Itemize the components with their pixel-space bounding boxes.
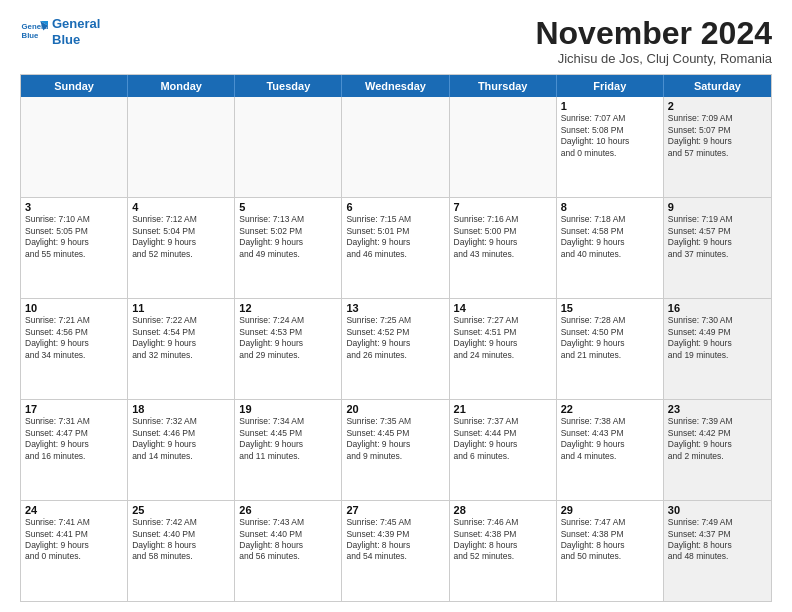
day-cell-10: 10Sunrise: 7:21 AM Sunset: 4:56 PM Dayli… xyxy=(21,299,128,399)
day-number: 8 xyxy=(561,201,659,213)
day-number: 17 xyxy=(25,403,123,415)
day-cell-28: 28Sunrise: 7:46 AM Sunset: 4:38 PM Dayli… xyxy=(450,501,557,601)
logo: General Blue General Blue xyxy=(20,16,100,47)
calendar-row-2: 10Sunrise: 7:21 AM Sunset: 4:56 PM Dayli… xyxy=(21,298,771,399)
day-cell-8: 8Sunrise: 7:18 AM Sunset: 4:58 PM Daylig… xyxy=(557,198,664,298)
day-detail: Sunrise: 7:49 AM Sunset: 4:37 PM Dayligh… xyxy=(668,517,767,563)
day-detail: Sunrise: 7:09 AM Sunset: 5:07 PM Dayligh… xyxy=(668,113,767,159)
day-cell-3: 3Sunrise: 7:10 AM Sunset: 5:05 PM Daylig… xyxy=(21,198,128,298)
day-cell-21: 21Sunrise: 7:37 AM Sunset: 4:44 PM Dayli… xyxy=(450,400,557,500)
day-number: 23 xyxy=(668,403,767,415)
day-detail: Sunrise: 7:47 AM Sunset: 4:38 PM Dayligh… xyxy=(561,517,659,563)
day-detail: Sunrise: 7:39 AM Sunset: 4:42 PM Dayligh… xyxy=(668,416,767,462)
day-cell-1: 1Sunrise: 7:07 AM Sunset: 5:08 PM Daylig… xyxy=(557,97,664,197)
empty-cell xyxy=(21,97,128,197)
empty-cell xyxy=(450,97,557,197)
day-detail: Sunrise: 7:16 AM Sunset: 5:00 PM Dayligh… xyxy=(454,214,552,260)
day-cell-6: 6Sunrise: 7:15 AM Sunset: 5:01 PM Daylig… xyxy=(342,198,449,298)
day-detail: Sunrise: 7:10 AM Sunset: 5:05 PM Dayligh… xyxy=(25,214,123,260)
day-number: 30 xyxy=(668,504,767,516)
day-cell-22: 22Sunrise: 7:38 AM Sunset: 4:43 PM Dayli… xyxy=(557,400,664,500)
day-detail: Sunrise: 7:42 AM Sunset: 4:40 PM Dayligh… xyxy=(132,517,230,563)
day-cell-15: 15Sunrise: 7:28 AM Sunset: 4:50 PM Dayli… xyxy=(557,299,664,399)
header-cell-friday: Friday xyxy=(557,75,664,97)
day-number: 16 xyxy=(668,302,767,314)
day-cell-23: 23Sunrise: 7:39 AM Sunset: 4:42 PM Dayli… xyxy=(664,400,771,500)
day-detail: Sunrise: 7:32 AM Sunset: 4:46 PM Dayligh… xyxy=(132,416,230,462)
day-number: 13 xyxy=(346,302,444,314)
calendar-row-1: 3Sunrise: 7:10 AM Sunset: 5:05 PM Daylig… xyxy=(21,197,771,298)
day-number: 14 xyxy=(454,302,552,314)
day-cell-20: 20Sunrise: 7:35 AM Sunset: 4:45 PM Dayli… xyxy=(342,400,449,500)
day-cell-19: 19Sunrise: 7:34 AM Sunset: 4:45 PM Dayli… xyxy=(235,400,342,500)
day-number: 21 xyxy=(454,403,552,415)
day-number: 22 xyxy=(561,403,659,415)
day-number: 7 xyxy=(454,201,552,213)
calendar-body: 1Sunrise: 7:07 AM Sunset: 5:08 PM Daylig… xyxy=(21,97,771,601)
day-cell-27: 27Sunrise: 7:45 AM Sunset: 4:39 PM Dayli… xyxy=(342,501,449,601)
subtitle: Jichisu de Jos, Cluj County, Romania xyxy=(535,51,772,66)
day-detail: Sunrise: 7:27 AM Sunset: 4:51 PM Dayligh… xyxy=(454,315,552,361)
day-detail: Sunrise: 7:24 AM Sunset: 4:53 PM Dayligh… xyxy=(239,315,337,361)
day-number: 18 xyxy=(132,403,230,415)
day-detail: Sunrise: 7:28 AM Sunset: 4:50 PM Dayligh… xyxy=(561,315,659,361)
day-number: 6 xyxy=(346,201,444,213)
day-cell-24: 24Sunrise: 7:41 AM Sunset: 4:41 PM Dayli… xyxy=(21,501,128,601)
header-cell-saturday: Saturday xyxy=(664,75,771,97)
day-detail: Sunrise: 7:30 AM Sunset: 4:49 PM Dayligh… xyxy=(668,315,767,361)
logo-text: General Blue xyxy=(52,16,100,47)
month-title: November 2024 xyxy=(535,16,772,51)
day-number: 11 xyxy=(132,302,230,314)
day-number: 1 xyxy=(561,100,659,112)
header-cell-monday: Monday xyxy=(128,75,235,97)
day-detail: Sunrise: 7:25 AM Sunset: 4:52 PM Dayligh… xyxy=(346,315,444,361)
day-number: 4 xyxy=(132,201,230,213)
header-cell-wednesday: Wednesday xyxy=(342,75,449,97)
day-detail: Sunrise: 7:31 AM Sunset: 4:47 PM Dayligh… xyxy=(25,416,123,462)
day-detail: Sunrise: 7:22 AM Sunset: 4:54 PM Dayligh… xyxy=(132,315,230,361)
svg-text:Blue: Blue xyxy=(22,31,40,40)
day-number: 24 xyxy=(25,504,123,516)
day-number: 19 xyxy=(239,403,337,415)
header-cell-tuesday: Tuesday xyxy=(235,75,342,97)
day-number: 2 xyxy=(668,100,767,112)
day-detail: Sunrise: 7:15 AM Sunset: 5:01 PM Dayligh… xyxy=(346,214,444,260)
day-number: 12 xyxy=(239,302,337,314)
day-detail: Sunrise: 7:46 AM Sunset: 4:38 PM Dayligh… xyxy=(454,517,552,563)
empty-cell xyxy=(128,97,235,197)
empty-cell xyxy=(342,97,449,197)
day-detail: Sunrise: 7:12 AM Sunset: 5:04 PM Dayligh… xyxy=(132,214,230,260)
day-number: 20 xyxy=(346,403,444,415)
day-number: 28 xyxy=(454,504,552,516)
day-detail: Sunrise: 7:37 AM Sunset: 4:44 PM Dayligh… xyxy=(454,416,552,462)
header-cell-sunday: Sunday xyxy=(21,75,128,97)
logo-line1: General xyxy=(52,16,100,31)
day-cell-17: 17Sunrise: 7:31 AM Sunset: 4:47 PM Dayli… xyxy=(21,400,128,500)
day-cell-16: 16Sunrise: 7:30 AM Sunset: 4:49 PM Dayli… xyxy=(664,299,771,399)
day-cell-29: 29Sunrise: 7:47 AM Sunset: 4:38 PM Dayli… xyxy=(557,501,664,601)
day-detail: Sunrise: 7:35 AM Sunset: 4:45 PM Dayligh… xyxy=(346,416,444,462)
day-detail: Sunrise: 7:19 AM Sunset: 4:57 PM Dayligh… xyxy=(668,214,767,260)
day-cell-26: 26Sunrise: 7:43 AM Sunset: 4:40 PM Dayli… xyxy=(235,501,342,601)
page: General Blue General Blue November 2024 … xyxy=(0,0,792,612)
day-cell-13: 13Sunrise: 7:25 AM Sunset: 4:52 PM Dayli… xyxy=(342,299,449,399)
header-cell-thursday: Thursday xyxy=(450,75,557,97)
day-number: 27 xyxy=(346,504,444,516)
day-detail: Sunrise: 7:45 AM Sunset: 4:39 PM Dayligh… xyxy=(346,517,444,563)
day-number: 3 xyxy=(25,201,123,213)
day-number: 15 xyxy=(561,302,659,314)
header: General Blue General Blue November 2024 … xyxy=(20,16,772,66)
day-detail: Sunrise: 7:18 AM Sunset: 4:58 PM Dayligh… xyxy=(561,214,659,260)
calendar-row-0: 1Sunrise: 7:07 AM Sunset: 5:08 PM Daylig… xyxy=(21,97,771,197)
calendar-header: SundayMondayTuesdayWednesdayThursdayFrid… xyxy=(21,75,771,97)
day-number: 9 xyxy=(668,201,767,213)
calendar-row-3: 17Sunrise: 7:31 AM Sunset: 4:47 PM Dayli… xyxy=(21,399,771,500)
day-detail: Sunrise: 7:38 AM Sunset: 4:43 PM Dayligh… xyxy=(561,416,659,462)
day-number: 5 xyxy=(239,201,337,213)
day-detail: Sunrise: 7:21 AM Sunset: 4:56 PM Dayligh… xyxy=(25,315,123,361)
calendar-row-4: 24Sunrise: 7:41 AM Sunset: 4:41 PM Dayli… xyxy=(21,500,771,601)
logo-icon: General Blue xyxy=(20,18,48,46)
day-cell-12: 12Sunrise: 7:24 AM Sunset: 4:53 PM Dayli… xyxy=(235,299,342,399)
day-detail: Sunrise: 7:41 AM Sunset: 4:41 PM Dayligh… xyxy=(25,517,123,563)
day-number: 25 xyxy=(132,504,230,516)
